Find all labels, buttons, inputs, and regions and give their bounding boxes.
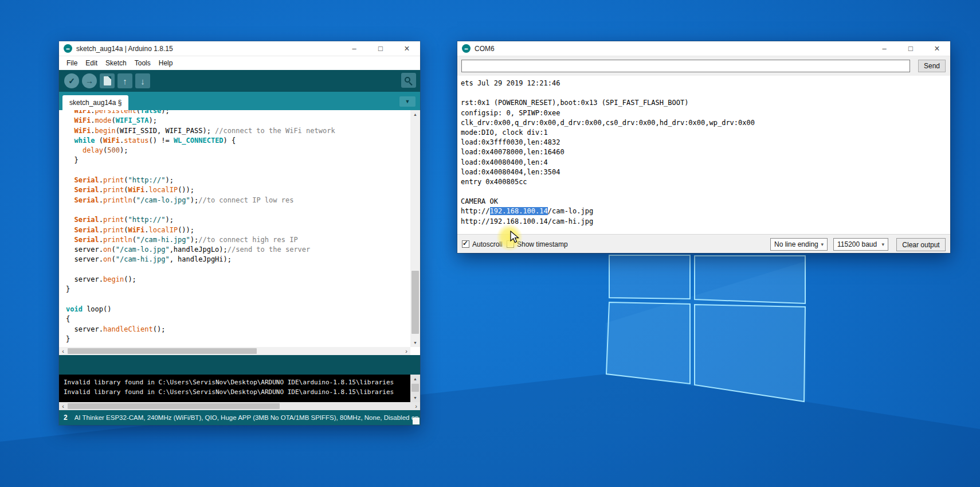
ide-maximize-button[interactable]: □ [367,41,394,56]
logo-pane-bottom-right [695,305,805,402]
editor-hscroll-thumb[interactable] [68,348,257,354]
check-icon: ✓ [462,239,468,247]
serial-output-line: load:0x3fff0030,len:4832 [461,138,950,147]
resize-grip[interactable] [413,418,420,424]
line-ending-value: No line ending [774,240,818,248]
editor-vscroll-thumb[interactable] [411,271,419,334]
verify-button[interactable]: ✓ [64,73,79,88]
upload-button[interactable]: → [82,73,97,88]
ide-titlebar[interactable]: ∞ sketch_aug14a | Arduino 1.8.15 – □ × [59,41,420,56]
console-line: Invalid library found in C:\Users\Servis… [59,377,410,387]
tab-sketch-aug14a[interactable]: sketch_aug14a § [62,95,128,110]
save-icon: ↓ [140,76,145,86]
tab-list-dropdown-button[interactable]: ▼ [399,96,415,107]
arduino-app-icon: ∞ [64,44,72,53]
editor-vertical-scrollbar[interactable]: ▲ ▼ [410,110,420,347]
baud-rate-value: 115200 baud [837,240,877,248]
editor-horizontal-scrollbar[interactable]: ‹ › [59,347,410,355]
send-button[interactable]: Send [918,60,946,72]
code-line: WiFi.mode(WIFI_STA); [66,116,407,126]
serial-titlebar[interactable]: ∞ COM6 – □ × [457,41,950,56]
serial-input[interactable] [461,60,910,72]
serial-window-title: COM6 [475,45,495,53]
logo-pane-top-left [609,255,690,299]
desktop: ∞ sketch_aug14a | Arduino 1.8.15 – □ × F… [0,0,980,487]
code-line: server.handleClient(); [66,325,407,334]
menu-help[interactable]: Help [155,57,177,69]
save-sketch-button[interactable]: ↓ [135,73,150,88]
code-content: WiFi.persistent(false); WiFi.mode(WIFI_S… [66,110,407,344]
code-line: } [66,285,407,294]
logo-pane-top-right [695,256,805,303]
ide-statusbar: 2 AI Thinker ESP32-CAM, 240MHz (WiFi/BT)… [59,410,420,425]
scroll-down-arrow[interactable]: ▼ [410,338,420,347]
cursor-line-number: 2 [59,414,75,422]
chevron-down-icon: ▾ [821,241,824,247]
console-vertical-scrollbar[interactable]: ▲ ▼ [410,375,420,402]
verify-icon: ✓ [68,76,75,85]
serial-output[interactable]: ets Jul 29 2019 12:21:46rst:0x1 (POWERON… [457,76,950,234]
code-line: { [66,314,407,324]
scroll-down-arrow[interactable]: ▼ [410,394,420,402]
serial-monitor-window: ∞ COM6 – □ × Send ets Jul 29 2019 12:21:… [457,41,950,253]
serial-minimize-button[interactable]: – [871,41,897,56]
serial-maximize-button[interactable]: □ [897,41,924,56]
console-line: Invalid library found in C:\Users\Servis… [59,387,410,397]
ide-close-button[interactable]: × [394,41,420,56]
line-ending-select[interactable]: No line ending ▾ [770,238,828,251]
serial-output-line: load:0x40080404,len:3504 [461,167,950,177]
logo-pane-bottom-left [606,302,690,384]
serial-output-line: http://192.168.100.14/cam-lo.jpg [461,207,950,216]
serial-monitor-button[interactable] [401,73,416,88]
scroll-right-arrow[interactable]: › [412,402,420,410]
serial-close-button[interactable]: × [924,41,950,56]
code-line [66,205,407,215]
ide-console: Invalid library found in C:\Users\Servis… [59,375,420,402]
new-document-icon [104,76,111,85]
menu-edit[interactable]: Edit [81,57,101,69]
code-editor[interactable]: WiFi.persistent(false); WiFi.mode(WIFI_S… [59,110,420,347]
chevron-down-icon: ▾ [881,241,884,247]
code-line: } [66,334,407,344]
ide-window-title: sketch_aug14a | Arduino 1.8.15 [76,45,173,53]
mouse-cursor [510,231,522,244]
menu-sketch[interactable]: Sketch [101,57,131,69]
upload-icon: → [85,76,93,85]
serial-output-line: load:0x40080400,len:4 [461,158,950,167]
baud-rate-select[interactable]: 115200 baud ▾ [833,238,888,251]
scroll-left-arrow[interactable]: ‹ [59,347,67,355]
ide-tabbar: sketch_aug14a § ▼ [59,92,420,110]
code-line: void loop() [66,305,407,314]
serial-output-line: configsip: 0, SPIWP:0xee [461,108,950,118]
serial-output-line: load:0x40078000,len:16460 [461,147,950,157]
show-timestamp-label: Show timestamp [517,240,568,248]
scroll-up-arrow[interactable]: ▲ [410,375,420,383]
serial-output-line: rst:0x1 (POWERON_RESET),boot:0x13 (SPI_F… [461,98,950,108]
menu-file[interactable]: File [62,57,81,69]
code-line [66,295,407,305]
ide-message-strip [59,355,420,375]
code-line: Serial.println("/cam-hi.jpg");//to conne… [66,235,407,245]
code-line: server.begin(); [66,275,407,285]
serial-output-line: CAMERA OK [461,197,950,207]
scroll-up-arrow[interactable]: ▲ [410,110,420,119]
console-horizontal-scrollbar[interactable]: ‹ › [59,402,420,410]
scroll-left-arrow[interactable]: ‹ [59,402,67,410]
code-line: server.on("/cam-hi.jpg", handleJpgHi); [66,255,407,264]
clear-output-button[interactable]: Clear output [896,238,946,251]
selected-text: 192.168.100.14 [490,207,548,215]
code-line: server.on("/cam-lo.jpg",handleJpgLo);//s… [66,245,407,255]
magnifier-icon [405,76,413,84]
code-line: Serial.print("http://"); [66,176,407,185]
scroll-right-arrow[interactable]: › [402,347,410,355]
console-vscroll-thumb[interactable] [411,384,419,392]
new-sketch-button[interactable] [100,73,115,88]
console-hscroll-thumb[interactable] [68,403,280,409]
ide-minimize-button[interactable]: – [341,41,367,56]
menu-tools[interactable]: Tools [131,57,155,69]
autoscroll-checkbox[interactable]: ✓ [462,240,469,248]
code-line [66,265,407,275]
code-line [66,166,407,176]
code-line: Serial.print("http://"); [66,215,407,225]
open-sketch-button[interactable]: ↑ [117,73,132,88]
